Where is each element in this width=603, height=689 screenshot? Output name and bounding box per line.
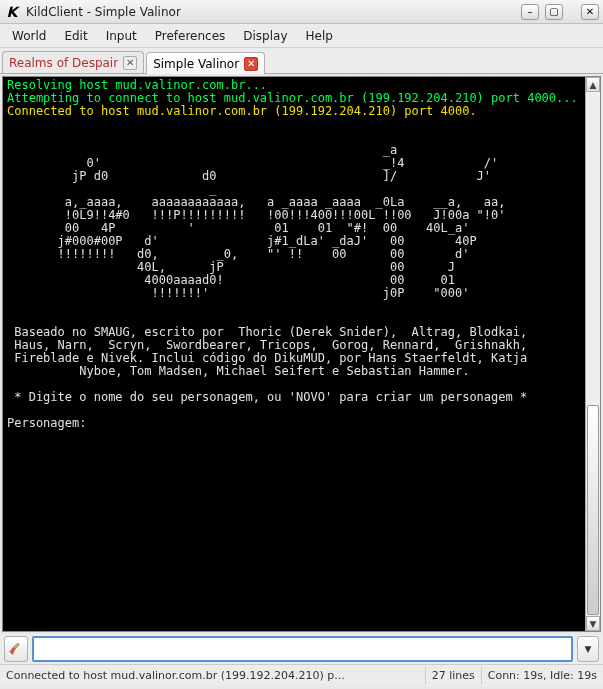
scroll-down-button[interactable]: ▼ — [586, 616, 600, 631]
window-titlebar: K KildClient - Simple Valinor – ▢ ✕ — [0, 0, 603, 24]
app-icon: K — [4, 4, 20, 20]
tab-label: Realms of Despair — [9, 56, 118, 70]
command-input[interactable] — [32, 636, 573, 662]
scroll-up-button[interactable]: ▲ — [586, 77, 600, 92]
terminal-line: _a — [7, 143, 397, 157]
terminal-line: !!!!!!!' j0P "000' — [7, 286, 469, 300]
window-title: KildClient - Simple Valinor — [26, 5, 515, 19]
terminal-line: 00 4P ' 01 01 "#! 00 40L_a' — [7, 221, 469, 235]
terminal-line: * Digite o nome do seu personagem, ou 'N… — [7, 390, 527, 404]
scrollbar-vertical[interactable]: ▲ ▼ — [585, 77, 600, 631]
close-icon[interactable]: ✕ — [123, 56, 137, 70]
maximize-button[interactable]: ▢ — [545, 4, 563, 20]
menu-bar: World Edit Input Preferences Display Hel… — [0, 24, 603, 48]
terminal-line: a,_aaaa, aaaaaaaaaaaa, a _aaaa _aaaa _0L… — [7, 195, 506, 209]
clear-button[interactable] — [4, 636, 28, 662]
tab-realms-of-despair[interactable]: Realms of Despair ✕ — [2, 51, 144, 73]
terminal-line: Personagem: — [7, 416, 94, 430]
terminal-line: 0' _!4 /' — [7, 156, 498, 170]
scroll-thumb[interactable] — [587, 405, 599, 615]
terminal-line: 40L, jP 00 J — [7, 260, 455, 274]
terminal-line: Baseado no SMAUG, escrito por Thoric (De… — [7, 325, 527, 339]
terminal-line: !0L9!!4#0 !!!P!!!!!!!!! !00!!!400!!!00L … — [7, 208, 506, 222]
minimize-button[interactable]: – — [521, 4, 539, 20]
tab-simple-valinor[interactable]: Simple Valinor ✕ — [146, 52, 265, 74]
tab-bar: Realms of Despair ✕ Simple Valinor ✕ — [0, 48, 603, 74]
command-input-row: ▼ — [0, 634, 603, 664]
broom-icon — [9, 642, 23, 656]
menu-display[interactable]: Display — [235, 27, 295, 45]
menu-edit[interactable]: Edit — [56, 27, 95, 45]
terminal-panel: Resolving host mud.valinor.com.br... Att… — [2, 76, 601, 632]
history-dropdown-button[interactable]: ▼ — [577, 636, 599, 662]
terminal-output: Resolving host mud.valinor.com.br... Att… — [3, 77, 600, 631]
terminal-line: Fireblade e Nivek. Inclui código do Diku… — [7, 351, 527, 365]
terminal-line: 4000aaaad0! 00 01 — [7, 273, 455, 287]
terminal-line: j#000#00P d' j#1_dLa' _daJ' 00 40P — [7, 234, 477, 248]
status-timing: Conn: 19s, Idle: 19s — [482, 667, 603, 684]
terminal-line: _ — [7, 182, 217, 196]
status-connection: Connected to host mud.valinor.com.br (19… — [0, 667, 426, 684]
terminal-line: Nyboe, Tom Madsen, Michael Seifert e Seb… — [7, 364, 469, 378]
status-bar: Connected to host mud.valinor.com.br (19… — [0, 664, 603, 686]
terminal-line: Resolving host mud.valinor.com.br... — [7, 78, 267, 92]
menu-preferences[interactable]: Preferences — [147, 27, 234, 45]
menu-world[interactable]: World — [4, 27, 54, 45]
close-window-button[interactable]: ✕ — [581, 4, 599, 20]
status-lines: 27 lines — [426, 667, 482, 684]
menu-input[interactable]: Input — [98, 27, 145, 45]
terminal-line: !!!!!!!! d0, _0, "' !! 00 00 d' — [7, 247, 469, 261]
menu-help[interactable]: Help — [298, 27, 341, 45]
terminal-line: Attempting to connect to host mud.valino… — [7, 91, 578, 105]
scroll-track[interactable] — [586, 92, 600, 616]
terminal-line: Haus, Narn, Scryn, Swordbearer, Tricops,… — [7, 338, 527, 352]
close-icon[interactable]: ✕ — [244, 57, 258, 71]
terminal-line: Connected to host mud.valinor.com.br (19… — [7, 104, 477, 118]
tab-label: Simple Valinor — [153, 57, 239, 71]
terminal-line: jP d0 d0 ]/ J' — [7, 169, 491, 183]
